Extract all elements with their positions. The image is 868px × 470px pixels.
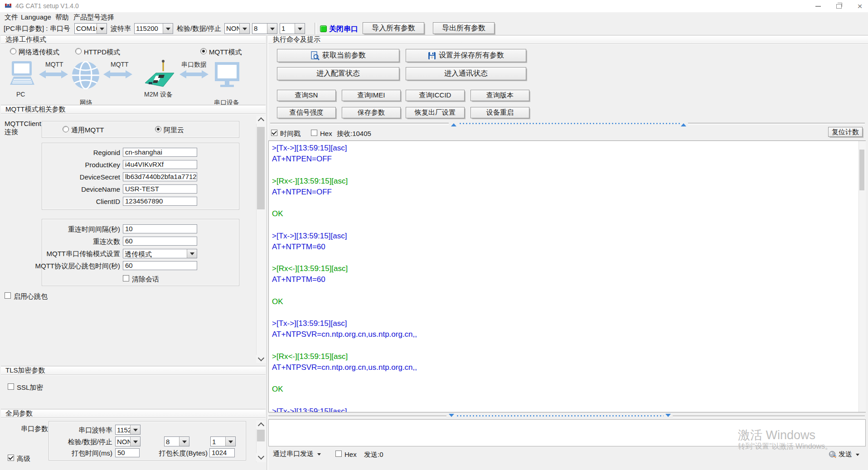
send-input-area[interactable]: [268, 419, 866, 446]
send-button-label: 发送: [839, 450, 852, 459]
devicename-field[interactable]: USR-TEST: [123, 184, 197, 194]
factory-reset-button[interactable]: 恢复出厂设置: [406, 107, 465, 118]
com-port-value: COM10: [75, 24, 97, 34]
com-port-select[interactable]: COM10: [74, 23, 107, 34]
chevron-down-icon[interactable]: [295, 24, 305, 34]
export-params-button[interactable]: 导出所有参数: [433, 22, 495, 34]
data-bits-select[interactable]: 8: [252, 23, 277, 34]
pack-time-field[interactable]: 50: [115, 448, 140, 457]
menu-language[interactable]: Language: [21, 13, 51, 21]
scroll-down-icon[interactable]: [256, 453, 266, 461]
get-params-label: 获取当前参数: [322, 51, 366, 60]
reconnect-interval-field[interactable]: 10: [123, 224, 197, 233]
log-line: >[Tx->][13:59:15][asc]: [272, 231, 865, 242]
chevron-down-icon[interactable]: [97, 24, 107, 34]
import-params-button[interactable]: 导入所有参数: [363, 22, 424, 34]
enter-config-button[interactable]: 进入配置状态: [277, 67, 399, 80]
restore-button[interactable]: [829, 0, 849, 12]
clear-session-checkbox[interactable]: [123, 275, 129, 281]
tx-hex-checkbox[interactable]: [335, 451, 342, 457]
chevron-down-icon[interactable]: [225, 437, 235, 446]
timestamp-checkbox[interactable]: [271, 130, 277, 136]
menu-help[interactable]: 帮助: [55, 13, 69, 22]
set-save-params-label: 设置并保存所有参数: [439, 51, 504, 60]
query-version-button[interactable]: 查询版本: [470, 90, 529, 101]
radio-httpd-mode[interactable]: [75, 48, 82, 54]
close-button[interactable]: ×: [850, 0, 868, 12]
restore-icon: [836, 4, 842, 9]
query-iccid-button[interactable]: 查询ICCID: [406, 90, 465, 101]
radio-mqtt-mode[interactable]: [200, 48, 207, 54]
baud-select[interactable]: 115200: [134, 23, 173, 34]
clientid-label: ClientID: [48, 198, 120, 205]
log-line: [272, 165, 865, 175]
devicesecret-field[interactable]: lb63d7440b2bfa1a77121d09: [123, 172, 197, 181]
splitter-line: [688, 123, 865, 125]
log-line: AT+NTPTM=60: [272, 242, 865, 252]
pack-len-field[interactable]: 1024: [209, 448, 235, 457]
productkey-field[interactable]: i4u4VIKvRXf: [123, 160, 197, 169]
radio-aliyun[interactable]: [155, 126, 161, 132]
query-sn-button[interactable]: 查询SN: [277, 90, 336, 101]
log-line: [272, 219, 865, 230]
chevron-down-icon[interactable]: [130, 425, 140, 434]
scroll-down-icon[interactable]: [256, 355, 266, 363]
radio-transparent-mode[interactable]: [10, 48, 16, 54]
keepalive-field[interactable]: 60: [123, 261, 197, 270]
send-button[interactable]: 发送: [829, 450, 859, 459]
splitter-handle[interactable]: [456, 415, 664, 417]
save-params-button[interactable]: 保存参数: [342, 107, 401, 118]
send-via-serial-dropdown[interactable]: 通过串口发送: [273, 450, 321, 458]
heartbeat-checkbox[interactable]: [5, 292, 11, 299]
query-imei-button[interactable]: 查询IMEI: [342, 90, 401, 101]
global-params-header: 全局参数: [1, 409, 266, 418]
chevron-down-icon[interactable]: [179, 437, 189, 446]
set-save-params-button[interactable]: 设置并保存所有参数: [406, 49, 526, 62]
menu-product-model[interactable]: 产品型号选择: [73, 13, 114, 22]
stop-bits-select[interactable]: 1: [280, 23, 305, 34]
chevron-down-icon[interactable]: [187, 249, 197, 258]
log-area[interactable]: >[Tx->][13:59:15][asc]AT+NTPEN=OFF>[Rx<-…: [268, 141, 866, 412]
advanced-checkbox[interactable]: [8, 455, 14, 461]
clientid-field[interactable]: 1234567890: [123, 197, 197, 206]
global-baud-label: 串口波特率: [58, 426, 112, 435]
chevron-down-icon[interactable]: [267, 24, 277, 34]
close-port-button[interactable]: 关闭串口: [329, 24, 358, 34]
parity-select[interactable]: NONI: [224, 23, 250, 34]
enter-comm-button[interactable]: 进入通讯状态: [406, 67, 526, 80]
splitter-handle[interactable]: [459, 122, 680, 125]
scroll-up-icon[interactable]: [256, 116, 266, 124]
chevron-down-icon[interactable]: [239, 24, 249, 34]
menu-file[interactable]: 文件: [5, 13, 18, 22]
log-line: >[Rx<-][13:59:15][asc]: [272, 351, 865, 362]
arrow-left-icon: [39, 69, 68, 79]
device-restart-button[interactable]: 设备重启: [470, 107, 529, 118]
scrollbar-thumb[interactable]: [257, 127, 265, 209]
global-stop-bits-select[interactable]: 1: [210, 436, 236, 446]
get-params-button[interactable]: 获取当前参数: [277, 49, 399, 62]
splitter-collapse-icon[interactable]: [681, 121, 686, 126]
regionid-field[interactable]: cn-shanghai: [123, 148, 197, 157]
close-icon: ×: [857, 2, 862, 10]
scrollbar-thumb[interactable]: [257, 430, 265, 441]
rx-hex-checkbox[interactable]: [311, 130, 317, 136]
ssl-checkbox[interactable]: [8, 383, 14, 390]
parity-value: NONI: [225, 24, 239, 34]
devicesecret-label: DeviceSecret: [48, 173, 120, 181]
splitter-collapse-icon[interactable]: [451, 121, 456, 126]
log-scrollbar-thumb[interactable]: [859, 150, 864, 190]
radio-generic-mqtt[interactable]: [63, 126, 69, 132]
send-icon: [829, 451, 836, 458]
minimize-button[interactable]: [809, 0, 828, 12]
transfer-mode-select[interactable]: 透传模式: [123, 249, 197, 258]
query-signal-button[interactable]: 查信号强度: [277, 107, 336, 118]
chevron-down-icon[interactable]: [163, 24, 173, 34]
reconnect-count-field[interactable]: 60: [123, 237, 197, 246]
send-via-serial-label: 通过串口发送: [273, 450, 314, 458]
global-parity-select[interactable]: NONE: [115, 436, 141, 446]
global-data-bits-select[interactable]: 8: [164, 436, 189, 446]
scroll-up-icon[interactable]: [256, 421, 266, 429]
global-baud-select[interactable]: 115200: [115, 425, 141, 435]
chevron-down-icon[interactable]: [130, 437, 140, 446]
reset-count-button[interactable]: 复位计数: [828, 127, 863, 137]
